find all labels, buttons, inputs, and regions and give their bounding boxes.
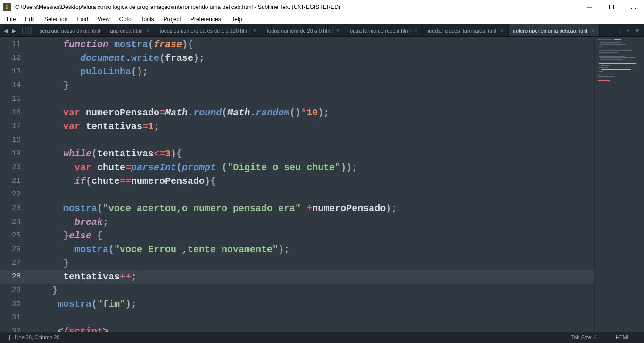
close-tab-icon[interactable]: × — [414, 27, 418, 34]
file-tab[interactable]: media_idades_familiares.html× — [423, 24, 509, 36]
tab-actions: │ ＋ ▼ — [614, 24, 644, 36]
app-icon: S — [3, 3, 11, 11]
line-number: 23 — [0, 202, 29, 215]
line-number: 26 — [0, 243, 29, 256]
svg-rect-1 — [610, 5, 614, 9]
close-button[interactable] — [622, 0, 644, 14]
line-number: 11 — [0, 38, 29, 51]
menu-item-help[interactable]: Help — [226, 15, 247, 24]
file-tab[interactable]: todos numero de 20 a 0.html× — [262, 24, 345, 36]
tab-label: todos os numero pares de 1 a 100.html — [160, 28, 250, 33]
menu-item-preferences[interactable]: Preferences — [186, 15, 226, 24]
tab-bar: ◀ ▶ ┃┃┃┃ sera que posso dirigir.htmlano … — [0, 24, 644, 37]
code-line[interactable]: } — [29, 284, 644, 297]
menu-item-selection[interactable]: Selection — [40, 15, 72, 24]
line-number: 13 — [0, 65, 29, 79]
code-line[interactable]: document.write(frase); — [29, 51, 644, 65]
code-line[interactable]: break; — [29, 215, 644, 229]
file-tab[interactable]: outra forma de repetir.html× — [345, 24, 423, 36]
close-tab-icon[interactable]: × — [337, 27, 340, 34]
menu-item-find[interactable]: Find — [72, 15, 92, 24]
svg-rect-10 — [599, 50, 632, 51]
menu-item-file[interactable]: File — [2, 15, 20, 24]
menu-item-project[interactable]: Project — [159, 15, 186, 24]
code-line[interactable]: var tentativas=1; — [29, 120, 644, 133]
close-tab-icon[interactable]: × — [254, 27, 257, 34]
code-line[interactable]: }else { — [29, 229, 644, 243]
tab-divider-icon: │ — [618, 27, 622, 34]
code-line[interactable] — [29, 188, 644, 202]
tab-dropdown-icon[interactable]: ▼ — [635, 27, 640, 34]
code-line[interactable]: if(chute==numeroPensado){ — [29, 174, 644, 188]
tab-nav: ◀ ▶ ┃┃┃┃ — [0, 24, 35, 36]
window-controls — [579, 0, 644, 14]
new-tab-button[interactable]: ＋ — [625, 26, 631, 34]
line-number: 20 — [0, 161, 29, 174]
menu-item-tools[interactable]: Tools — [136, 15, 159, 24]
line-number: 21 — [0, 174, 29, 188]
code-line[interactable]: tentativas++; — [29, 270, 644, 284]
window-title: C:\Users\Messias\Desktop\alura curso log… — [14, 4, 579, 10]
file-tab[interactable]: todos os numero pares de 1 a 100.html× — [155, 24, 262, 36]
close-tab-icon[interactable]: × — [147, 27, 150, 34]
code-line[interactable]: puloLinha(); — [29, 65, 644, 79]
maximize-button[interactable] — [601, 0, 622, 14]
tab-size-indicator[interactable]: Tab Size: 4 — [571, 335, 597, 340]
sidebar-toggle-icon[interactable] — [5, 335, 10, 340]
line-number: 32 — [0, 325, 29, 332]
line-number: 30 — [0, 297, 29, 311]
code-line[interactable]: </script> — [29, 325, 644, 332]
nav-forward-icon[interactable]: ▶ — [11, 27, 17, 34]
code-line[interactable]: mostra("voce acertou,o numero pensado er… — [29, 202, 644, 215]
cursor-position: Line 28, Column 20 — [15, 335, 59, 340]
file-tab[interactable]: sera que posso dirigir.html — [35, 24, 105, 36]
code-line[interactable] — [29, 92, 644, 106]
code-line[interactable]: } — [29, 256, 644, 270]
line-number: 15 — [0, 92, 29, 106]
svg-rect-19 — [599, 71, 603, 72]
menu-item-goto[interactable]: Goto — [115, 15, 136, 24]
code-editor[interactable]: function mostra(frase){ document.write(f… — [29, 37, 644, 332]
line-number: 14 — [0, 79, 29, 92]
code-line[interactable]: function mostra(frase){ — [29, 38, 644, 51]
svg-rect-9 — [599, 46, 602, 47]
nav-back-icon[interactable]: ◀ — [3, 27, 9, 34]
line-number: 12 — [0, 51, 29, 65]
code-line[interactable]: mostra("fim"); — [29, 297, 644, 311]
window-titlebar: S C:\Users\Messias\Desktop\alura curso l… — [0, 0, 644, 14]
line-number: 29 — [0, 284, 29, 297]
code-line[interactable]: while(tentativas<=3){ — [29, 147, 644, 161]
minimize-button[interactable] — [579, 0, 601, 14]
tab-label: todos numero de 20 a 0.html — [267, 28, 333, 33]
line-number-gutter: 1112131415161718192021222324252627282930… — [0, 37, 29, 332]
svg-rect-20 — [599, 73, 615, 74]
svg-rect-18 — [601, 69, 631, 70]
tab-label: sera que posso dirigir.html — [40, 28, 100, 33]
menu-item-view[interactable]: View — [93, 15, 115, 24]
file-tab[interactable]: ano copa.html× — [105, 24, 155, 36]
code-line[interactable]: var chute=parseInt(prompt ("Digite o seu… — [29, 161, 644, 174]
line-number: 31 — [0, 311, 29, 325]
line-number: 19 — [0, 147, 29, 161]
status-bar: Line 28, Column 20 Tab Size: 4 HTML — [0, 332, 644, 343]
svg-rect-17 — [599, 67, 608, 68]
minimap[interactable] — [594, 37, 644, 332]
code-line[interactable]: mostra("voce Errou ,tente novamente"); — [29, 243, 644, 256]
syntax-indicator[interactable]: HTML — [616, 335, 630, 340]
line-number: 18 — [0, 133, 29, 147]
tab-label: outra forma de repetir.html — [350, 28, 411, 33]
svg-rect-22 — [598, 76, 614, 77]
code-line[interactable] — [29, 133, 644, 147]
code-line[interactable]: var numeroPensado=Math.round(Math.random… — [29, 106, 644, 120]
svg-rect-8 — [600, 44, 626, 45]
line-number: 22 — [0, 188, 29, 202]
line-number: 27 — [0, 256, 29, 270]
close-tab-icon[interactable]: × — [591, 27, 594, 34]
close-tab-icon[interactable]: × — [500, 27, 504, 34]
code-line[interactable]: } — [29, 79, 644, 92]
menu-item-edit[interactable]: Edit — [20, 15, 40, 24]
code-line[interactable] — [29, 311, 644, 325]
text-caret — [137, 270, 137, 281]
svg-rect-12 — [599, 56, 625, 57]
file-tab[interactable]: imterompendo uma petição.html× — [509, 24, 600, 36]
